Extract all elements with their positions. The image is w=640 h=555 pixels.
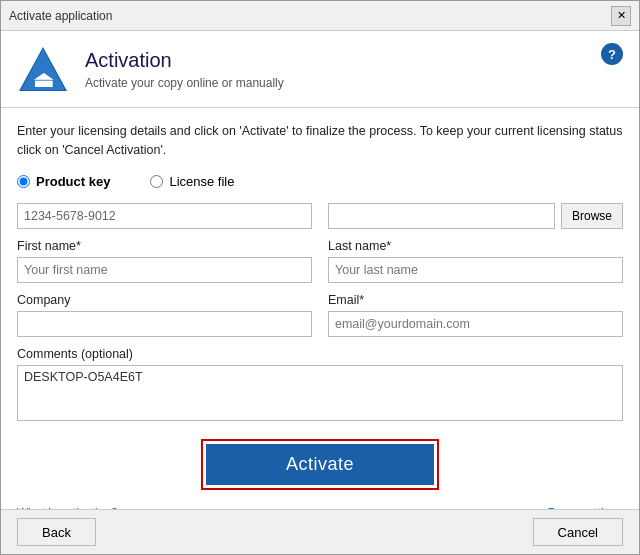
svg-text:⏏: ⏏ bbox=[33, 67, 54, 92]
product-key-wrap bbox=[17, 203, 312, 229]
header-title: Activation bbox=[85, 49, 284, 72]
company-email-row: Company Email* bbox=[17, 293, 623, 337]
title-bar-controls: ✕ bbox=[611, 6, 631, 26]
window-title: Activate application bbox=[9, 9, 112, 23]
license-file-radio-label[interactable]: License file bbox=[150, 174, 234, 189]
last-name-group: Last name* bbox=[328, 239, 623, 283]
activate-button[interactable]: Activate bbox=[206, 444, 434, 485]
cancel-button[interactable]: Cancel bbox=[533, 518, 623, 546]
comments-input[interactable]: DESKTOP-O5A4E6T bbox=[17, 365, 623, 421]
first-name-label: First name* bbox=[17, 239, 312, 253]
name-row: First name* Last name* bbox=[17, 239, 623, 283]
license-file-wrap: Browse bbox=[328, 203, 623, 229]
last-name-label: Last name* bbox=[328, 239, 623, 253]
company-group: Company bbox=[17, 293, 312, 337]
header-subtitle: Activate your copy online or manually bbox=[85, 76, 284, 90]
product-key-input[interactable] bbox=[17, 203, 312, 229]
activate-btn-container: Activate bbox=[17, 435, 623, 494]
help-button[interactable]: ? bbox=[601, 43, 623, 65]
product-key-radio[interactable] bbox=[17, 175, 30, 188]
back-button[interactable]: Back bbox=[17, 518, 96, 546]
first-name-group: First name* bbox=[17, 239, 312, 283]
description-text: Enter your licensing details and click o… bbox=[17, 122, 623, 160]
main-window: Activate application ✕ ⏏ Activation Acti… bbox=[0, 0, 640, 555]
first-name-input[interactable] bbox=[17, 257, 312, 283]
activate-btn-outer: Activate bbox=[201, 439, 439, 490]
key-row: Browse bbox=[17, 203, 623, 229]
email-label: Email* bbox=[328, 293, 623, 307]
company-label: Company bbox=[17, 293, 312, 307]
last-name-input[interactable] bbox=[328, 257, 623, 283]
license-file-input[interactable] bbox=[328, 203, 555, 229]
header-text: Activation Activate your copy online or … bbox=[85, 49, 284, 90]
license-file-label: License file bbox=[169, 174, 234, 189]
license-file-radio[interactable] bbox=[150, 175, 163, 188]
content-area: Enter your licensing details and click o… bbox=[1, 108, 639, 509]
email-input[interactable] bbox=[328, 311, 623, 337]
footer: Back Cancel bbox=[1, 509, 639, 554]
email-group: Email* bbox=[328, 293, 623, 337]
comments-group: Comments (optional) DESKTOP-O5A4E6T bbox=[17, 347, 623, 421]
company-input[interactable] bbox=[17, 311, 312, 337]
browse-button[interactable]: Browse bbox=[561, 203, 623, 229]
title-bar: Activate application ✕ bbox=[1, 1, 639, 31]
product-key-radio-label[interactable]: Product key bbox=[17, 174, 110, 189]
activation-icon: ⏏ bbox=[17, 43, 69, 95]
license-type-row: Product key License file bbox=[17, 174, 623, 189]
product-key-label: Product key bbox=[36, 174, 110, 189]
header-section: ⏏ Activation Activate your copy online o… bbox=[1, 31, 639, 108]
comments-label: Comments (optional) bbox=[17, 347, 623, 361]
close-button[interactable]: ✕ bbox=[611, 6, 631, 26]
